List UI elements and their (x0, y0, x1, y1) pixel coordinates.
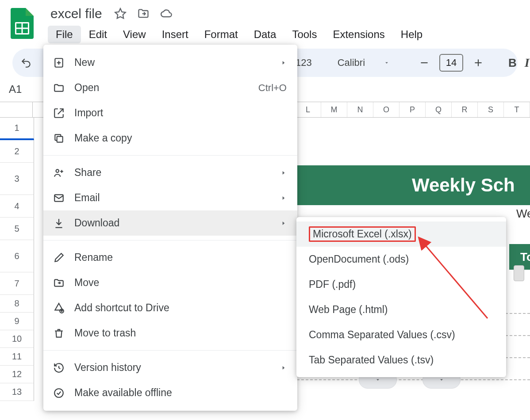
menu-move[interactable]: Move (43, 270, 297, 295)
bold-button[interactable]: B (508, 54, 517, 72)
chevron-down-icon (375, 377, 381, 383)
menu-file[interactable]: File (48, 26, 81, 43)
document-title[interactable]: excel file (48, 5, 105, 22)
name-box[interactable]: A1 (9, 83, 44, 95)
font-size-input[interactable]: 14 (439, 54, 463, 72)
menu-label: Import (74, 107, 103, 119)
menu-edit[interactable]: Edit (81, 26, 115, 43)
menu-add-shortcut[interactable]: Add shortcut to Drive (43, 295, 297, 321)
scroll-handle[interactable] (514, 265, 524, 281)
row-header[interactable]: 8 (0, 295, 34, 313)
submenu-arrow-icon (280, 362, 287, 374)
font-size-stepper[interactable]: 14 (415, 54, 487, 72)
menu-version-history[interactable]: Version history (43, 355, 297, 380)
cloud-status-icon[interactable] (159, 6, 174, 21)
svg-point-8 (56, 169, 59, 172)
menu-insert[interactable]: Insert (154, 26, 196, 43)
menu-new[interactable]: New (43, 50, 297, 75)
submenu-label: PDF (.pdf) (309, 279, 356, 290)
increase-font-icon[interactable] (469, 54, 487, 72)
divider (43, 155, 297, 156)
menu-import[interactable]: Import (43, 100, 297, 126)
svg-point-15 (54, 389, 63, 397)
col-header[interactable]: M (321, 102, 347, 117)
decrease-font-icon[interactable] (415, 54, 433, 72)
menu-tools[interactable]: Tools (284, 26, 325, 43)
row-header[interactable]: 2 (0, 140, 34, 163)
share-icon (52, 166, 65, 179)
menu-email[interactable]: Email (43, 185, 297, 210)
shortcut-label: Ctrl+O (258, 82, 287, 94)
menu-label: Make a copy (74, 132, 132, 144)
menu-label: Rename (74, 252, 113, 263)
row-headers: 1 2 3 4 5 6 7 8 9 10 11 12 13 (0, 118, 34, 401)
row-header[interactable]: 6 (0, 240, 34, 272)
col-header[interactable]: L (295, 102, 321, 117)
submenu-label: Comma Separated Values (.csv) (309, 329, 455, 341)
row-header[interactable]: 5 (0, 218, 34, 240)
row-header[interactable]: 3 (0, 163, 34, 195)
download-icon (52, 217, 65, 230)
menu-download[interactable]: Download (43, 210, 297, 236)
submenu-html[interactable]: Web Page (.html) (296, 297, 506, 322)
col-header[interactable]: S (478, 102, 504, 117)
header: excel file File Edit View Insert Format … (0, 0, 530, 43)
number-format-button[interactable]: 123 (296, 57, 312, 69)
col-header[interactable]: P (399, 102, 426, 117)
col-header[interactable]: T (504, 102, 530, 117)
move-to-folder-icon[interactable] (136, 6, 151, 21)
font-name: Calibri (338, 57, 365, 69)
sheets-logo (11, 8, 34, 39)
divider (43, 350, 297, 351)
svg-marker-0 (115, 8, 125, 18)
col-header[interactable]: Q (426, 102, 452, 117)
menu-share[interactable]: Share (43, 160, 297, 185)
submenu-csv[interactable]: Comma Separated Values (.csv) (296, 322, 506, 347)
undo-icon[interactable] (20, 54, 32, 72)
menu-label: Add shortcut to Drive (74, 302, 169, 314)
submenu-tsv[interactable]: Tab Separated Values (.tsv) (296, 347, 506, 373)
row-header[interactable]: 11 (0, 348, 34, 366)
italic-button[interactable]: I (525, 54, 530, 72)
menu-label: Move (74, 277, 99, 289)
col-header[interactable]: O (373, 102, 399, 117)
submenu-ods[interactable]: OpenDocument (.ods) (296, 247, 506, 272)
menu-bar: File Edit View Insert Format Data Tools … (48, 26, 430, 43)
menu-label: Version history (74, 362, 141, 374)
menu-help[interactable]: Help (393, 26, 430, 43)
row-header[interactable]: 13 (0, 383, 34, 401)
menu-open[interactable]: Open Ctrl+O (43, 75, 297, 100)
select-all-corner[interactable] (0, 102, 33, 117)
submenu-xlsx[interactable]: Microsoft Excel (.xlsx) (296, 221, 506, 247)
row-header[interactable]: 7 (0, 272, 34, 295)
menu-trash[interactable]: Move to trash (43, 321, 297, 346)
menu-offline[interactable]: Make available offline (43, 380, 297, 405)
menu-label: New (74, 57, 95, 69)
menu-label: Move to trash (74, 327, 136, 339)
menu-make-copy[interactable]: Make a copy (43, 126, 297, 151)
col-header[interactable]: R (452, 102, 478, 117)
menu-view[interactable]: View (115, 26, 154, 43)
col-header[interactable]: N (347, 102, 373, 117)
banner-title: Weekly Sch (297, 165, 530, 205)
star-icon[interactable] (113, 6, 128, 21)
menu-extensions[interactable]: Extensions (325, 26, 392, 43)
history-icon (52, 361, 65, 374)
menu-label: Download (74, 217, 119, 229)
row-header[interactable]: 1 (0, 118, 34, 140)
submenu-arrow-icon (280, 192, 287, 204)
row-header[interactable]: 10 (0, 330, 34, 348)
menu-format[interactable]: Format (196, 26, 246, 43)
submenu-pdf[interactable]: PDF (.pdf) (296, 272, 506, 297)
submenu-label: Web Page (.html) (309, 304, 388, 316)
row-header[interactable]: 4 (0, 195, 34, 218)
chevron-down-icon (384, 60, 390, 66)
week-label: We (516, 207, 530, 221)
import-icon (52, 107, 65, 120)
chevron-down-icon (438, 377, 445, 383)
row-header[interactable]: 12 (0, 366, 34, 383)
menu-data[interactable]: Data (246, 26, 284, 43)
font-selector[interactable]: Calibri (333, 57, 394, 69)
row-header[interactable]: 9 (0, 313, 34, 330)
menu-rename[interactable]: Rename (43, 245, 297, 270)
